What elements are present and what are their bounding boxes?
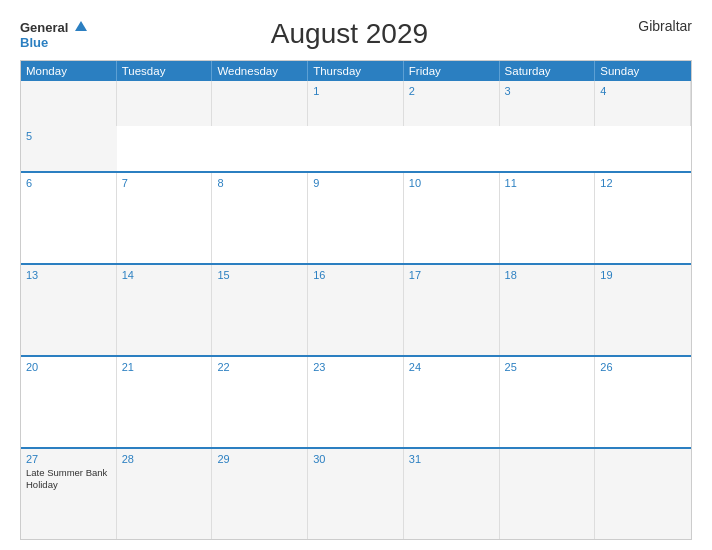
logo-top: General <box>20 18 87 36</box>
event-label: Late Summer Bank Holiday <box>26 467 111 492</box>
cal-cell-day-28: 28 <box>117 449 213 539</box>
cal-cell-empty <box>500 449 596 539</box>
cal-cell-day-4: 4 <box>595 81 691 126</box>
cal-cell-day-5: 5 <box>21 126 117 171</box>
calendar-title: August 2029 <box>87 18 612 50</box>
cal-cell-day-16: 16 <box>308 265 404 355</box>
cal-cell-day-20: 20 <box>21 357 117 447</box>
day-number: 19 <box>600 269 612 281</box>
day-number: 15 <box>217 269 229 281</box>
day-number: 14 <box>122 269 134 281</box>
calendar-week-2: 6 7 8 9 10 11 12 <box>21 171 691 263</box>
day-number: 10 <box>409 177 421 189</box>
day-number: 23 <box>313 361 325 373</box>
day-number: 21 <box>122 361 134 373</box>
cal-cell-day-6: 6 <box>21 173 117 263</box>
day-number: 12 <box>600 177 612 189</box>
cal-cell-day-21: 21 <box>117 357 213 447</box>
day-number: 30 <box>313 453 325 465</box>
cal-cell-empty <box>21 81 117 126</box>
header-tuesday: Tuesday <box>117 61 213 81</box>
day-number: 13 <box>26 269 38 281</box>
calendar-body: 1 2 3 4 5 6 <box>21 81 691 539</box>
day-number: 28 <box>122 453 134 465</box>
calendar-week-1: 1 2 3 4 5 <box>21 81 691 171</box>
logo-triangle-icon <box>75 21 87 31</box>
cal-cell-day-26: 26 <box>595 357 691 447</box>
cal-cell-day-10: 10 <box>404 173 500 263</box>
day-number: 5 <box>26 130 32 142</box>
day-number: 9 <box>313 177 319 189</box>
day-number: 8 <box>217 177 223 189</box>
cal-cell-day-29: 29 <box>212 449 308 539</box>
day-number: 22 <box>217 361 229 373</box>
day-number: 2 <box>409 85 415 97</box>
day-number: 17 <box>409 269 421 281</box>
cal-cell-day-18: 18 <box>500 265 596 355</box>
day-number: 7 <box>122 177 128 189</box>
header-monday: Monday <box>21 61 117 81</box>
cal-cell-empty <box>595 449 691 539</box>
cal-cell-day-8: 8 <box>212 173 308 263</box>
cal-cell-day-11: 11 <box>500 173 596 263</box>
cal-cell-day-23: 23 <box>308 357 404 447</box>
calendar-week-3: 13 14 15 16 17 18 19 <box>21 263 691 355</box>
day-number: 25 <box>505 361 517 373</box>
day-number: 24 <box>409 361 421 373</box>
header-wednesday: Wednesday <box>212 61 308 81</box>
cal-cell-day-17: 17 <box>404 265 500 355</box>
logo: General Blue <box>20 18 87 49</box>
cal-cell-day-9: 9 <box>308 173 404 263</box>
page: General Blue August 2029 Gibraltar Monda… <box>0 0 712 550</box>
logo-blue-text: Blue <box>20 36 48 49</box>
header-friday: Friday <box>404 61 500 81</box>
cal-cell-day-19: 19 <box>595 265 691 355</box>
cal-cell-day-31: 31 <box>404 449 500 539</box>
day-number: 3 <box>505 85 511 97</box>
cal-cell-day-27: 27 Late Summer Bank Holiday <box>21 449 117 539</box>
calendar-week-5: 27 Late Summer Bank Holiday 28 29 30 31 <box>21 447 691 539</box>
header-saturday: Saturday <box>500 61 596 81</box>
day-number: 18 <box>505 269 517 281</box>
cal-cell-day-14: 14 <box>117 265 213 355</box>
cal-cell-day-13: 13 <box>21 265 117 355</box>
cal-cell-day-22: 22 <box>212 357 308 447</box>
day-number: 16 <box>313 269 325 281</box>
calendar-week-4: 20 21 22 23 24 25 26 <box>21 355 691 447</box>
cal-cell-day-24: 24 <box>404 357 500 447</box>
day-number: 1 <box>313 85 319 97</box>
header: General Blue August 2029 Gibraltar <box>20 18 692 50</box>
cal-cell-day-7: 7 <box>117 173 213 263</box>
cal-cell-day-3: 3 <box>500 81 596 126</box>
day-number: 26 <box>600 361 612 373</box>
day-number: 11 <box>505 177 517 189</box>
cal-cell-day-2: 2 <box>404 81 500 126</box>
calendar: Monday Tuesday Wednesday Thursday Friday… <box>20 60 692 540</box>
cal-cell-day-15: 15 <box>212 265 308 355</box>
cal-cell-day-1: 1 <box>308 81 404 126</box>
day-number: 27 <box>26 453 38 465</box>
cal-cell-day-25: 25 <box>500 357 596 447</box>
day-number: 4 <box>600 85 606 97</box>
day-number: 29 <box>217 453 229 465</box>
day-number: 31 <box>409 453 421 465</box>
header-sunday: Sunday <box>595 61 691 81</box>
region-label: Gibraltar <box>612 18 692 34</box>
day-number: 20 <box>26 361 38 373</box>
cal-cell-day-30: 30 <box>308 449 404 539</box>
calendar-header: Monday Tuesday Wednesday Thursday Friday… <box>21 61 691 81</box>
cal-cell-empty <box>117 81 213 126</box>
cal-cell-day-12: 12 <box>595 173 691 263</box>
cal-cell-empty <box>212 81 308 126</box>
day-number: 6 <box>26 177 32 189</box>
header-thursday: Thursday <box>308 61 404 81</box>
logo-general-text: General <box>20 20 68 35</box>
